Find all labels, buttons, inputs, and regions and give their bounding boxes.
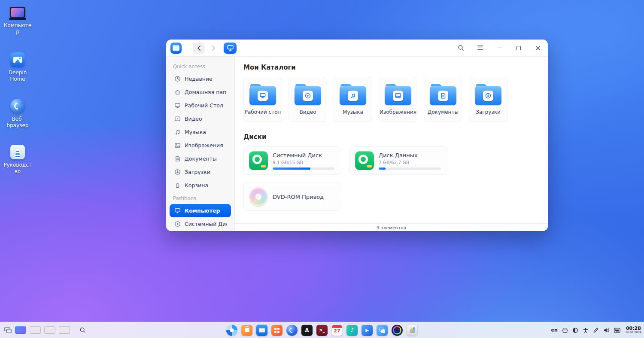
dock-terminal-icon[interactable]: >_ bbox=[316, 324, 328, 337]
sidebar-item-label: Изображения bbox=[185, 142, 223, 149]
search-icon[interactable] bbox=[457, 44, 465, 52]
hdd-icon bbox=[249, 151, 268, 170]
folder-item-music[interactable]: Музыка bbox=[334, 77, 372, 122]
hdd-icon bbox=[355, 151, 374, 170]
sidebar-item-label: Компьютер bbox=[185, 207, 220, 214]
menu-icon[interactable] bbox=[476, 44, 484, 52]
back-button[interactable] bbox=[193, 43, 205, 54]
desktop-icon-manual[interactable]: Руководство bbox=[3, 145, 32, 175]
folder-label: Видео bbox=[299, 109, 316, 115]
folder-label: Изображения bbox=[380, 109, 416, 115]
folder-item-videos[interactable]: Видео bbox=[289, 77, 327, 122]
titlebar[interactable] bbox=[166, 40, 548, 57]
folder-label: Рабочий стол bbox=[245, 109, 281, 115]
dock-app-store-icon[interactable] bbox=[240, 324, 253, 337]
dock-text-editor-icon[interactable]: A bbox=[301, 324, 313, 337]
sidebar-item-computer[interactable]: Компьютер bbox=[170, 204, 231, 217]
desktop-icon-deepin-home[interactable]: Deepin Home bbox=[3, 52, 32, 82]
folder-icon bbox=[340, 84, 366, 105]
maximize-button[interactable] bbox=[515, 44, 522, 52]
disk-name: Диск Данных bbox=[379, 152, 441, 158]
folder-item-desktop[interactable]: Рабочий стол bbox=[243, 77, 282, 122]
sidebar-item-label: Корзина bbox=[185, 182, 208, 189]
folder-item-documents[interactable]: Документы bbox=[424, 77, 462, 122]
sidebar-item-documents[interactable]: Документы bbox=[170, 152, 231, 165]
sidebar-item-label: Системный Диск bbox=[185, 221, 227, 227]
folder-label: Загрузки bbox=[476, 109, 501, 115]
folder-icon bbox=[295, 84, 321, 105]
dock-launcher-icon[interactable] bbox=[225, 324, 238, 337]
power-icon[interactable] bbox=[562, 327, 568, 333]
folder-label: Документы bbox=[428, 109, 459, 115]
night-mode-icon[interactable] bbox=[572, 327, 578, 333]
sidebar-item-videos[interactable]: Видео bbox=[170, 112, 231, 125]
sidebar-item-downloads[interactable]: Загрузки bbox=[170, 165, 231, 179]
folder-icon bbox=[430, 84, 456, 105]
file-manager-content: Мои Каталоги Рабочий стол Видео bbox=[235, 57, 548, 231]
desktop-icon-label: Компьютер bbox=[3, 22, 32, 35]
onboard-keyboard-icon[interactable] bbox=[614, 328, 620, 333]
clock-widget[interactable]: 00:28 16.08.2024 bbox=[626, 326, 641, 334]
note-emblem-icon bbox=[348, 91, 358, 101]
disk-icon bbox=[174, 221, 181, 228]
forward-button[interactable] bbox=[207, 43, 219, 54]
music-icon bbox=[174, 129, 181, 136]
disk-usage: 9.1 GB/15 GB bbox=[273, 160, 335, 165]
dock-screen-capture-icon[interactable] bbox=[376, 324, 389, 337]
sidebar-item-system-disk[interactable]: Системный Диск bbox=[170, 217, 231, 231]
dock-calendar-icon[interactable]: 27 bbox=[331, 324, 343, 337]
sidebar-item-desktop[interactable]: Рабочий Стол bbox=[170, 99, 231, 112]
dock-browser-icon[interactable] bbox=[286, 324, 298, 337]
disk-item-data[interactable]: Диск Данных 7 GB/62.7 GB bbox=[349, 146, 447, 175]
dvd-row: DVD-ROM Привод bbox=[243, 183, 539, 211]
folder-label: Музыка bbox=[343, 109, 363, 115]
multitasking-view-icon[interactable] bbox=[4, 327, 12, 333]
sidebar-item-label: Рабочий Стол bbox=[185, 102, 223, 109]
desktop-icon-label: Руководство bbox=[3, 162, 32, 175]
download-icon bbox=[174, 169, 181, 176]
desktop-wallpaper: Компьютер Deepin Home Веб-браузер Руково… bbox=[0, 0, 644, 338]
play-emblem-icon bbox=[303, 91, 313, 101]
dock-video-player-icon[interactable]: ▶ bbox=[361, 324, 374, 337]
computer-view-button[interactable] bbox=[224, 43, 237, 54]
minimize-button[interactable] bbox=[495, 44, 503, 52]
desktop-icon-computer[interactable]: Компьютер bbox=[3, 5, 32, 35]
folder-item-pictures[interactable]: Изображения bbox=[379, 77, 417, 122]
disks-row: Системный Диск 9.1 GB/15 GB Диск Данных … bbox=[243, 146, 539, 175]
sidebar-item-label: Домашняя папка bbox=[185, 89, 227, 95]
dock-file-manager-icon[interactable] bbox=[255, 324, 268, 337]
disk-item-dvd[interactable]: DVD-ROM Привод bbox=[243, 183, 341, 211]
item-count: 9 элементов bbox=[377, 225, 406, 230]
disk-item-system[interactable]: Системный Диск 9.1 GB/15 GB bbox=[243, 146, 341, 175]
document-icon bbox=[174, 155, 181, 162]
dock-control-center-icon[interactable] bbox=[391, 324, 404, 337]
dock-music-icon[interactable]: ♪ bbox=[346, 324, 358, 337]
sidebar-item-trash[interactable]: Корзина bbox=[170, 179, 231, 192]
sidebar-item-recent[interactable]: Недавние bbox=[170, 72, 231, 85]
disk-usage-bar bbox=[273, 167, 335, 170]
sidebar-item-label: Документы bbox=[185, 155, 217, 162]
pen-icon[interactable] bbox=[593, 327, 599, 333]
folder-item-downloads[interactable]: Загрузки bbox=[469, 77, 507, 122]
sidebar-item-pictures[interactable]: Изображения bbox=[170, 139, 231, 152]
dock-software-center-icon[interactable] bbox=[270, 324, 283, 337]
volume-icon[interactable] bbox=[603, 327, 610, 333]
accessibility-icon[interactable] bbox=[583, 327, 589, 333]
workspace-3-thumbnail[interactable] bbox=[44, 326, 55, 334]
desktop-icon-browser[interactable]: Веб-браузер bbox=[3, 99, 32, 129]
disk-name: DVD-ROM Привод bbox=[273, 194, 324, 200]
computer-laptop-icon bbox=[10, 5, 25, 20]
sidebar-item-label: Видео bbox=[185, 116, 202, 122]
dock-trash-icon[interactable] bbox=[406, 324, 419, 337]
arrow-down-emblem-icon bbox=[483, 91, 493, 101]
directories-grid: Рабочий стол Видео Музыка bbox=[243, 77, 539, 122]
dock-search-icon[interactable] bbox=[79, 327, 86, 333]
sidebar-item-home[interactable]: Домашняя папка bbox=[170, 85, 231, 99]
close-button[interactable] bbox=[534, 44, 542, 52]
workspace-1-thumbnail[interactable] bbox=[15, 326, 26, 334]
workspace-4-thumbnail[interactable] bbox=[59, 326, 70, 334]
keyboard-layout-indicator[interactable]: en bbox=[551, 327, 557, 333]
workspace-2-thumbnail[interactable] bbox=[30, 326, 41, 334]
desktop-icon-label: Веб-браузер bbox=[3, 116, 32, 129]
sidebar-item-music[interactable]: Музыка bbox=[170, 125, 231, 139]
